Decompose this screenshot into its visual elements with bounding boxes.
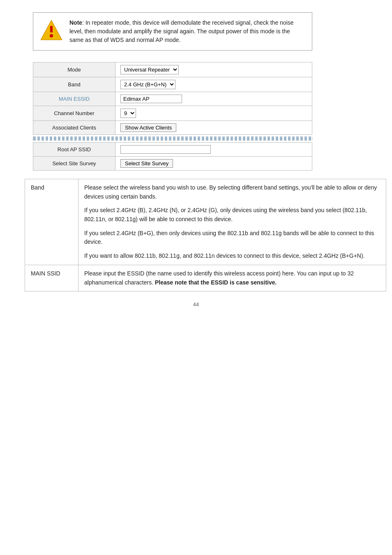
svg-rect-4 [50, 26, 53, 32]
site-survey-value: Select Site Survey [115, 157, 312, 171]
note-box: Note: In repeater mode, this device will… [33, 12, 312, 51]
separator [33, 136, 312, 141]
associated-value: Show Active Clients [115, 121, 312, 135]
main-ssid-desc-content: Please input the ESSID (the name used to… [78, 265, 386, 291]
band-desc-p4: If you want to allow 802.11b, 802.11g, a… [84, 252, 380, 261]
root-ap-ssid-value [115, 143, 312, 157]
essid-input[interactable] [120, 95, 182, 103]
table-row: Mode Universal Repeater [33, 62, 312, 77]
root-ap-ssid-input[interactable] [120, 145, 211, 154]
root-ap-ssid-label: Root AP SSID [33, 143, 115, 157]
note-body: : In repeater mode, this device will dem… [69, 19, 294, 43]
settings-table-top: Mode Universal Repeater Band 2.4 GHz (B+… [33, 62, 312, 135]
main-ssid-desc-label: MAIN SSID [25, 265, 78, 291]
essid-value [115, 92, 312, 106]
band-desc-label: Band [25, 179, 78, 265]
description-table: Band Please select the wireless band you… [25, 179, 386, 291]
associated-label: Associated Clients [33, 121, 115, 135]
warning-icon [40, 18, 63, 42]
show-active-clients-button[interactable]: Show Active Clients [120, 123, 176, 132]
table-row: Associated Clients Show Active Clients [33, 121, 312, 135]
select-site-survey-button[interactable]: Select Site Survey [120, 159, 173, 168]
essid-label: MAIN ESSID [33, 92, 115, 106]
main-ssid-description-row: MAIN SSID Please input the ESSID (the na… [25, 265, 386, 291]
mode-value: Universal Repeater [115, 62, 312, 77]
note-text: Note: In repeater mode, this device will… [69, 18, 305, 44]
band-label: Band [33, 77, 115, 92]
band-desc-content: Please select the wireless band you wish… [78, 179, 386, 265]
channel-select[interactable]: 9 [120, 109, 136, 118]
band-desc-p3: If you select 2.4GHz (B+G), then only de… [84, 229, 380, 247]
table-row: Select Site Survey Select Site Survey [33, 157, 312, 171]
essid-note-bold: Please note that the ESSID is case sensi… [155, 279, 277, 286]
table-row: Channel Number 9 [33, 106, 312, 121]
table-row: MAIN ESSID [33, 92, 312, 106]
note-bold: Note [69, 19, 82, 26]
settings-table-bottom: Root AP SSID Select Site Survey Select S… [33, 142, 312, 171]
channel-label: Channel Number [33, 106, 115, 121]
table-row: Root AP SSID [33, 143, 312, 157]
band-description-row: Band Please select the wireless band you… [25, 179, 386, 265]
page-number: 44 [16, 301, 376, 308]
mode-label: Mode [33, 62, 115, 77]
site-survey-label: Select Site Survey [33, 157, 115, 171]
band-desc-p2: If you select 2.4GHz (B), 2.4GHz (N), or… [84, 206, 380, 224]
channel-value: 9 [115, 106, 312, 121]
band-select[interactable]: 2.4 GHz (B+G+N) [120, 80, 175, 89]
mode-select[interactable]: Universal Repeater [120, 65, 179, 74]
band-value: 2.4 GHz (B+G+N) [115, 77, 312, 92]
table-row: Band 2.4 GHz (B+G+N) [33, 77, 312, 92]
svg-point-3 [50, 34, 53, 37]
band-desc-p1: Please select the wireless band you wish… [84, 183, 380, 201]
